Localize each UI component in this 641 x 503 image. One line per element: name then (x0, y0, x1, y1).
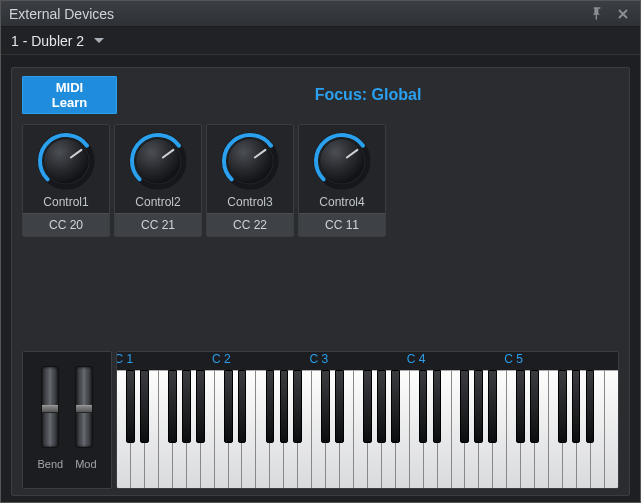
black-key[interactable] (182, 370, 191, 443)
control-name: Control1 (43, 193, 88, 213)
pitch-bend-wheel[interactable] (41, 366, 59, 448)
window-title: External Devices (9, 6, 580, 22)
knob[interactable] (218, 129, 282, 193)
black-key[interactable] (377, 370, 386, 443)
device-selector[interactable]: 1 - Dubler 2 (1, 27, 640, 55)
knob[interactable] (126, 129, 190, 193)
wheels-panel: Bend Mod (22, 351, 112, 489)
cc-label[interactable]: CC 21 (115, 213, 201, 236)
octave-label: C 5 (504, 352, 523, 366)
close-icon[interactable] (614, 5, 632, 23)
black-key[interactable] (335, 370, 344, 443)
titlebar: External Devices (1, 1, 640, 27)
black-key[interactable] (196, 370, 205, 443)
midi-learn-button[interactable]: MIDI Learn (22, 76, 117, 114)
black-key[interactable] (419, 370, 428, 443)
black-key[interactable] (391, 370, 400, 443)
black-key[interactable] (433, 370, 442, 443)
control-name: Control2 (135, 193, 180, 213)
control-name: Control4 (319, 193, 364, 213)
svg-point-14 (320, 139, 364, 183)
black-key[interactable] (238, 370, 247, 443)
cc-label[interactable]: CC 11 (299, 213, 385, 236)
octave-label: C 1 (116, 352, 133, 366)
black-key[interactable] (572, 370, 581, 443)
mod-wheel[interactable] (75, 366, 93, 448)
black-key[interactable] (460, 370, 469, 443)
bend-label: Bend (37, 458, 63, 470)
piano-keyboard[interactable] (117, 370, 618, 488)
knob[interactable] (310, 129, 374, 193)
black-key[interactable] (126, 370, 135, 443)
focus-label: Focus: Global (117, 86, 619, 104)
black-key[interactable] (266, 370, 275, 443)
black-key[interactable] (280, 370, 289, 443)
octave-labels: C 1C 2C 3C 4C 5 (117, 352, 618, 370)
octave-label: C 4 (407, 352, 426, 366)
chevron-down-icon (94, 36, 104, 46)
black-key[interactable] (488, 370, 497, 443)
octave-label: C 2 (212, 352, 231, 366)
black-key[interactable] (586, 370, 595, 443)
svg-point-2 (44, 139, 88, 183)
keyboard-zone: Bend Mod C 1C 2C 3C 4C 5 (22, 351, 619, 489)
control-slot: Control2CC 21 (114, 124, 202, 237)
cc-label[interactable]: CC 22 (207, 213, 293, 236)
control-slot: Control3CC 22 (206, 124, 294, 237)
cc-label[interactable]: CC 20 (23, 213, 109, 236)
knob[interactable] (34, 129, 98, 193)
black-key[interactable] (321, 370, 330, 443)
main-panel: MIDI Learn Focus: Global Control1CC 20Co… (11, 67, 630, 496)
controls-row: Control1CC 20Control2CC 21Control3CC 22C… (22, 124, 619, 237)
mod-label: Mod (75, 458, 96, 470)
black-key[interactable] (140, 370, 149, 443)
black-key[interactable] (168, 370, 177, 443)
black-key[interactable] (224, 370, 233, 443)
panel-outer: MIDI Learn Focus: Global Control1CC 20Co… (1, 55, 640, 502)
black-key[interactable] (474, 370, 483, 443)
octave-label: C 3 (309, 352, 328, 366)
control-slot: Control1CC 20 (22, 124, 110, 237)
spacer (22, 247, 619, 351)
black-key[interactable] (530, 370, 539, 443)
black-key[interactable] (558, 370, 567, 443)
black-key[interactable] (293, 370, 302, 443)
control-slot: Control4CC 11 (298, 124, 386, 237)
svg-point-6 (136, 139, 180, 183)
piano-panel: C 1C 2C 3C 4C 5 (116, 351, 619, 489)
pin-icon[interactable] (588, 5, 606, 23)
panel-header: MIDI Learn Focus: Global (22, 76, 619, 114)
device-name: 1 - Dubler 2 (11, 33, 84, 49)
black-key[interactable] (516, 370, 525, 443)
control-name: Control3 (227, 193, 272, 213)
black-key[interactable] (363, 370, 372, 443)
white-key[interactable] (605, 370, 618, 488)
svg-point-10 (228, 139, 272, 183)
